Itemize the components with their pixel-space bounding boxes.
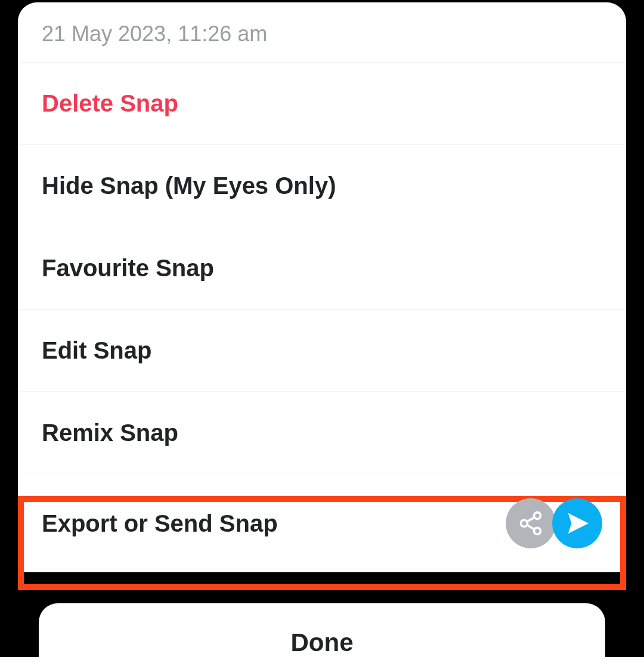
send-icon[interactable] — [552, 498, 602, 548]
favourite-snap-button[interactable]: Favourite Snap — [18, 227, 626, 310]
share-icon[interactable] — [506, 498, 556, 548]
export-send-snap-label: Export or Send Snap — [42, 510, 278, 537]
edit-snap-button[interactable]: Edit Snap — [18, 310, 626, 392]
snap-timestamp: 21 May 2023, 11:26 am — [18, 2, 626, 63]
done-button-label: Done — [39, 628, 605, 657]
export-send-icons — [506, 498, 602, 548]
hide-snap-label: Hide Snap (My Eyes Only) — [42, 172, 336, 199]
done-sheet[interactable]: Done — [39, 603, 605, 657]
action-sheet: 21 May 2023, 11:26 am Delete Snap Hide S… — [18, 2, 626, 572]
svg-line-4 — [527, 517, 535, 522]
delete-snap-label: Delete Snap — [42, 90, 178, 117]
svg-line-3 — [527, 525, 535, 529]
remix-snap-button[interactable]: Remix Snap — [18, 392, 626, 474]
export-send-snap-button[interactable]: Export or Send Snap — [18, 474, 626, 572]
hide-snap-button[interactable]: Hide Snap (My Eyes Only) — [18, 145, 626, 227]
remix-snap-label: Remix Snap — [42, 420, 178, 446]
delete-snap-button[interactable]: Delete Snap — [18, 63, 626, 145]
favourite-snap-label: Favourite Snap — [42, 255, 214, 282]
edit-snap-label: Edit Snap — [42, 337, 151, 364]
